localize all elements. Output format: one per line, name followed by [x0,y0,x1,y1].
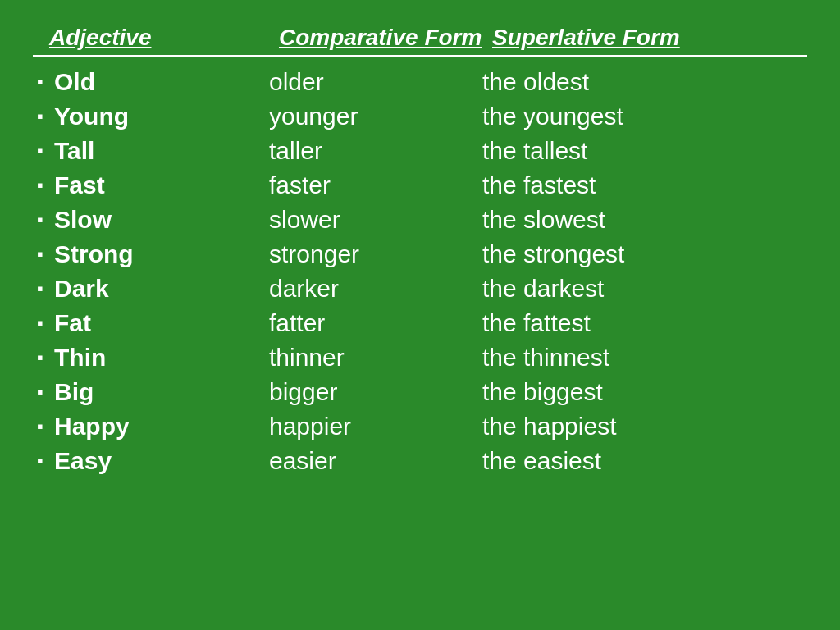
main-container: Adjective Comparative Form Superlative F… [0,0,840,495]
cell-comparative: older [269,68,482,96]
cell-comparative: happier [269,413,482,441]
cell-superlative: the fastest [482,171,807,199]
bullet-icon: ▪ [33,278,48,299]
table-row: ▪Bigbiggerthe biggest [33,375,807,409]
bullet-icon: ▪ [33,450,48,472]
header-comparative: Comparative Form [279,25,492,51]
cell-superlative: the darkest [482,275,807,303]
cell-adjective: Young [54,103,269,130]
cell-comparative: taller [269,137,482,165]
bullet-icon: ▪ [33,140,48,162]
bullet-icon: ▪ [33,106,48,127]
cell-adjective: Dark [54,275,269,303]
table-row: ▪Strongstrongerthe strongest [33,237,807,272]
cell-adjective: Fast [54,171,269,199]
bullet-icon: ▪ [33,175,48,196]
bullet-icon: ▪ [33,347,48,368]
cell-comparative: thinner [269,344,482,372]
cell-superlative: the tallest [482,137,807,165]
bullet-icon: ▪ [33,381,48,403]
cell-superlative: the easiest [482,447,807,475]
table-row: ▪Happyhappierthe happiest [33,409,807,444]
table-row: ▪Thinthinnerthe thinnest [33,340,807,375]
rows-container: ▪Oldolderthe oldest▪Youngyoungerthe youn… [33,65,807,478]
table-row: ▪Fatfatterthe fattest [33,306,807,340]
cell-comparative: bigger [269,378,482,406]
cell-adjective: Thin [54,344,269,372]
cell-superlative: the happiest [482,413,807,441]
cell-adjective: Easy [54,447,269,475]
cell-adjective: Strong [54,240,269,268]
bullet-icon: ▪ [33,416,48,437]
cell-adjective: Happy [54,413,269,441]
table-row: ▪Oldolderthe oldest [33,65,807,99]
header-superlative: Superlative Form [492,25,807,51]
cell-comparative: darker [269,275,482,303]
table-row: ▪Fastfasterthe fastest [33,168,807,203]
bullet-icon: ▪ [33,209,48,231]
cell-superlative: the thinnest [482,344,807,372]
cell-adjective: Slow [54,206,269,234]
cell-comparative: easier [269,447,482,475]
header-row: Adjective Comparative Form Superlative F… [33,25,807,57]
table-row: ▪Darkdarkerthe darkest [33,272,807,306]
bullet-icon: ▪ [33,244,48,265]
table-row: ▪Slowslowerthe slowest [33,203,807,237]
cell-superlative: the fattest [482,309,807,337]
cell-superlative: the oldest [482,68,807,96]
cell-adjective: Fat [54,309,269,337]
cell-comparative: slower [269,206,482,234]
table-row: ▪Easyeasierthe easiest [33,444,807,478]
cell-comparative: younger [269,103,482,130]
cell-superlative: the slowest [482,206,807,234]
cell-comparative: stronger [269,240,482,268]
bullet-icon: ▪ [33,71,48,93]
cell-adjective: Old [54,68,269,96]
cell-adjective: Tall [54,137,269,165]
header-adjective: Adjective [49,25,279,51]
cell-adjective: Big [54,378,269,406]
cell-comparative: fatter [269,309,482,337]
cell-superlative: the strongest [482,240,807,268]
bullet-icon: ▪ [33,313,48,334]
cell-comparative: faster [269,171,482,199]
table-row: ▪Youngyoungerthe youngest [33,99,807,134]
table-row: ▪Talltallerthe tallest [33,134,807,168]
cell-superlative: the youngest [482,103,807,130]
cell-superlative: the biggest [482,378,807,406]
